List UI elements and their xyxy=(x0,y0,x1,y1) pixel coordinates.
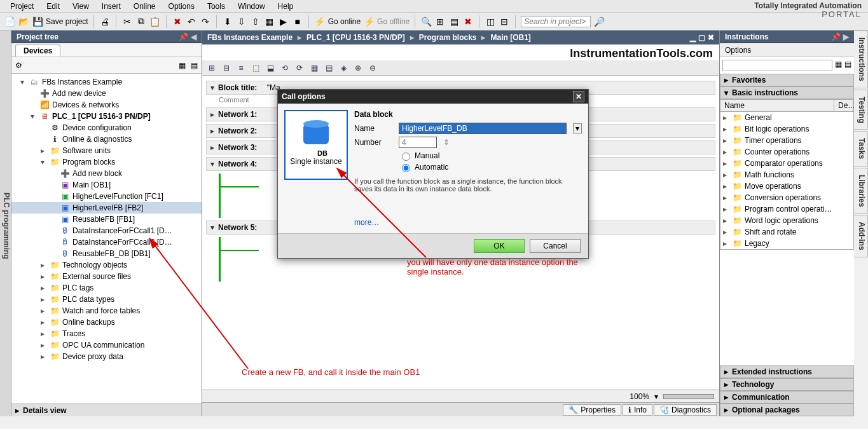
instr-filter-icon[interactable]: ▦ xyxy=(835,60,842,71)
tree-tags[interactable]: 📁PLC tags xyxy=(11,282,202,294)
instr-move[interactable]: 📁Move operations xyxy=(720,180,853,192)
split-v-icon[interactable]: ⊟ xyxy=(499,16,510,27)
copy-icon[interactable]: ⧉ xyxy=(135,16,147,27)
start-icon[interactable]: ▶ xyxy=(278,16,289,27)
dialog-close-icon[interactable]: ✕ xyxy=(573,91,584,102)
go-online-label[interactable]: Go online xyxy=(328,17,361,26)
et-icon[interactable]: ⬚ xyxy=(250,62,261,74)
tab-properties[interactable]: 🔧Properties xyxy=(563,404,621,416)
col-desc[interactable]: De… xyxy=(834,100,853,111)
tree-tech[interactable]: 📁Technology objects xyxy=(11,259,202,271)
menu-project[interactable]: Project xyxy=(4,2,40,11)
tree-backup[interactable]: 📁Online backups xyxy=(11,317,202,328)
tree-progblocks[interactable]: 📁Program blocks xyxy=(11,156,202,168)
tree-fb2[interactable]: ▣HigherLevelFB [FB2] xyxy=(11,202,202,214)
menu-online[interactable]: Online xyxy=(127,2,162,11)
et-icon[interactable]: ▦ xyxy=(308,62,320,74)
tree-proxy[interactable]: 📁Device proxy data xyxy=(11,351,202,362)
search-in-project-input[interactable] xyxy=(521,16,591,27)
dialog-titlebar[interactable]: Call options ✕ xyxy=(278,90,588,104)
tree-ext[interactable]: 📁External source files xyxy=(11,271,202,282)
tree-db1[interactable]: 🛢DataInstanceForFCcall1 [D… xyxy=(11,225,202,236)
extended-section[interactable]: Extended instructions xyxy=(720,365,854,378)
paste-icon[interactable]: 📋 xyxy=(149,16,161,27)
et-icon[interactable]: ⊞ xyxy=(206,62,217,74)
tree-filter-icon[interactable]: ⚙ xyxy=(15,61,22,70)
et-icon[interactable]: ◈ xyxy=(338,62,349,74)
et-icon[interactable]: ⊖ xyxy=(367,62,378,74)
tree-root[interactable]: 🗂FBs Instances Example xyxy=(11,76,202,88)
et-icon[interactable]: ⊟ xyxy=(221,62,232,74)
tree-fb1[interactable]: ▣ReusableFB [FB1] xyxy=(11,214,202,225)
tree-fc1[interactable]: ▣HigherLevelFunction [FC1] xyxy=(11,191,202,202)
instr-timer[interactable]: 📁Timer operations xyxy=(720,135,853,146)
menu-insert[interactable]: Insert xyxy=(95,2,127,11)
bc-0[interactable]: FBs Instances Example xyxy=(207,33,293,42)
collapse-right-icon[interactable]: ▶ xyxy=(843,32,849,41)
single-instance-option[interactable]: DB Single instance xyxy=(284,110,348,180)
tab-info[interactable]: ℹInfo xyxy=(623,404,652,416)
instr-program-control[interactable]: 📁Program control operati… xyxy=(720,203,853,215)
more-link[interactable]: more… xyxy=(354,218,582,227)
menu-view[interactable]: View xyxy=(66,2,95,11)
search-go-icon[interactable]: 🔎 xyxy=(593,16,605,27)
tree-opc[interactable]: 📁OPC UA communication xyxy=(11,339,202,351)
xref-icon[interactable]: ⊞ xyxy=(434,16,446,27)
new-project-icon[interactable]: 📄 xyxy=(4,16,15,27)
details-view-bar[interactable]: Details view xyxy=(11,404,202,416)
vtab-testing[interactable]: Testing xyxy=(854,90,868,130)
bc-3[interactable]: Main [OB1] xyxy=(490,33,530,42)
compile-icon[interactable]: ⬇ xyxy=(222,16,233,27)
communication-section[interactable]: Communication xyxy=(720,391,854,404)
et-icon[interactable]: ⬓ xyxy=(265,62,276,74)
go-offline-icon[interactable]: ⚡ xyxy=(363,16,375,27)
upload-icon[interactable]: ⇧ xyxy=(250,16,261,27)
go-offline-label[interactable]: Go offline xyxy=(377,17,410,26)
ok-button[interactable]: OK xyxy=(474,239,525,253)
tree-db2[interactable]: 🛢DataInstanceForFCcall2 [D… xyxy=(11,236,202,248)
menu-tools[interactable]: Tools xyxy=(201,2,231,11)
download-icon[interactable]: ⇩ xyxy=(236,16,247,27)
optional-section[interactable]: Optional packages xyxy=(720,404,854,416)
accessible-icon[interactable]: 🔍 xyxy=(420,16,432,27)
left-vtab-plc-programming[interactable]: PLC programming xyxy=(0,31,11,416)
automatic-radio[interactable]: Automatic xyxy=(399,162,582,172)
vtab-tasks[interactable]: Tasks xyxy=(854,131,868,166)
vtab-instructions[interactable]: Instructions xyxy=(854,31,868,88)
instr-counter[interactable]: 📁Counter operations xyxy=(720,146,853,158)
zoom-dropdown-icon[interactable]: ▾ xyxy=(654,392,658,401)
window-min-icon[interactable]: ▁ xyxy=(690,33,696,42)
name-dropdown-icon[interactable]: ▾ xyxy=(573,123,582,133)
tree-devcfg[interactable]: ⚙Device configuration xyxy=(11,122,202,133)
menu-options[interactable]: Options xyxy=(162,2,201,11)
instr-shift[interactable]: 📁Shift and rotate xyxy=(720,226,853,238)
instr-view-icon[interactable]: ▤ xyxy=(844,60,851,71)
vtab-libraries[interactable]: Libraries xyxy=(854,168,868,214)
instr-math[interactable]: 📁Math functions xyxy=(720,169,853,180)
tree-plc[interactable]: 🖥PLC_1 [CPU 1516-3 PN/DP] xyxy=(11,111,202,122)
collapse-left-icon[interactable]: ◀ xyxy=(191,32,196,41)
tree-view2-icon[interactable]: ▤ xyxy=(191,61,198,70)
number-stepper-icon[interactable]: ⇕ xyxy=(443,138,450,147)
tree-online[interactable]: ℹOnline & diagnostics xyxy=(11,133,202,145)
undo-icon[interactable]: ↶ xyxy=(186,16,197,27)
instr-general[interactable]: 📁General xyxy=(720,112,853,123)
split-h-icon[interactable]: ◫ xyxy=(485,16,496,27)
tree-db3[interactable]: 🛢ReusableFB_DB [DB1] xyxy=(11,248,202,259)
window-close-icon[interactable]: ✖ xyxy=(708,33,714,42)
print-icon[interactable]: 🖨 xyxy=(99,16,111,27)
instr-search-input[interactable] xyxy=(722,60,832,71)
instr-conversion[interactable]: 📁Conversion operations xyxy=(720,192,853,203)
devices-tab[interactable]: Devices xyxy=(15,44,60,57)
tree-dev-net[interactable]: 📶Devices & networks xyxy=(11,99,202,111)
et-icon[interactable]: ⊕ xyxy=(352,62,364,74)
db-name-input[interactable] xyxy=(399,123,567,134)
redo-icon[interactable]: ↷ xyxy=(200,16,211,27)
tree-types[interactable]: 📁PLC data types xyxy=(11,294,202,305)
save-icon[interactable]: 💾 xyxy=(32,16,43,27)
et-icon[interactable]: ⟲ xyxy=(279,62,291,74)
instr-wordlogic[interactable]: 📁Word logic operations xyxy=(720,215,853,226)
project-tree[interactable]: 🗂FBs Instances Example ➕Add new device 📶… xyxy=(11,74,202,404)
instr-legacy[interactable]: 📁Legacy xyxy=(720,238,853,249)
task-icon[interactable]: ▤ xyxy=(448,16,460,27)
